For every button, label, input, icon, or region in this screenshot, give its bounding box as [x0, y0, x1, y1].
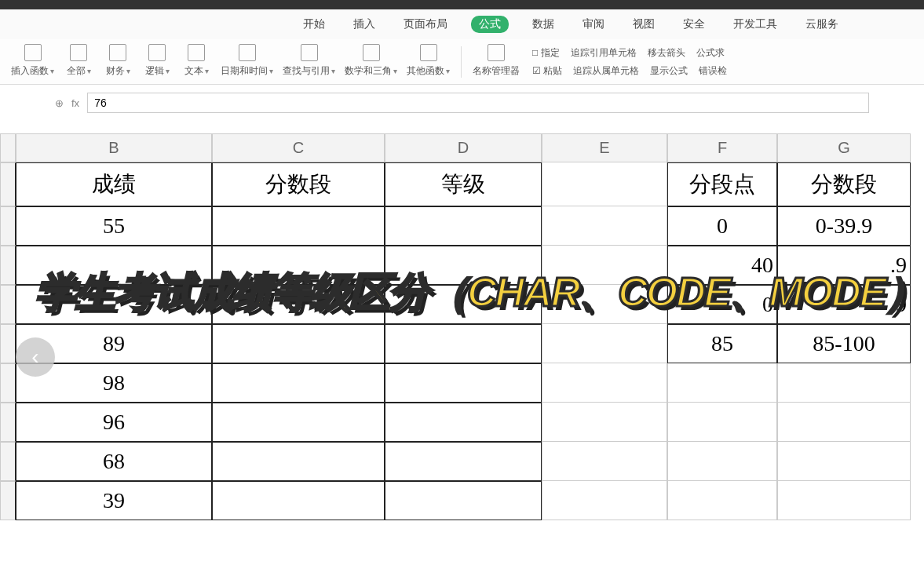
- spreadsheet[interactable]: B C D E F G 成绩 分数段 等级 分段点 分数段 55 0 0-39.…: [0, 121, 924, 520]
- col-F[interactable]: F: [667, 133, 777, 162]
- tab-start[interactable]: 开始: [298, 16, 330, 33]
- cell[interactable]: [542, 403, 667, 442]
- cell[interactable]: 85-100: [777, 324, 911, 363]
- fx-label-icon[interactable]: fx: [71, 97, 79, 109]
- cell[interactable]: [385, 481, 542, 520]
- target-icon[interactable]: ⊕: [55, 97, 64, 109]
- cell[interactable]: [777, 403, 911, 442]
- cell[interactable]: [667, 363, 777, 403]
- cell[interactable]: [542, 246, 667, 285]
- cell[interactable]: [212, 324, 385, 363]
- tab-devtools[interactable]: 开发工具: [729, 16, 782, 33]
- rr-remove-arrow[interactable]: 移去箭头: [648, 46, 685, 60]
- cell[interactable]: 85: [667, 324, 777, 363]
- tab-review[interactable]: 审阅: [578, 16, 609, 33]
- cell[interactable]: 分数段: [777, 162, 911, 206]
- cell[interactable]: 0: [667, 285, 777, 324]
- cell[interactable]: [385, 363, 542, 403]
- cell[interactable]: [385, 285, 542, 324]
- cell[interactable]: [385, 324, 542, 363]
- cell[interactable]: [777, 442, 911, 481]
- row-stub[interactable]: [0, 206, 16, 246]
- row-stub[interactable]: [0, 162, 16, 206]
- cell[interactable]: 0: [667, 206, 777, 246]
- cell[interactable]: [542, 363, 667, 403]
- tab-cloud[interactable]: 云服务: [801, 16, 843, 33]
- ribbon-math-button[interactable]: 数学和三角: [341, 44, 400, 78]
- cell[interactable]: [385, 246, 542, 285]
- rr-formula-eval[interactable]: 公式求: [696, 46, 725, 60]
- tab-insert[interactable]: 插入: [349, 16, 380, 33]
- cell[interactable]: [212, 246, 385, 285]
- ribbon-datetime-button[interactable]: 日期和时间: [217, 44, 276, 78]
- cell[interactable]: [542, 162, 667, 206]
- cell[interactable]: .9: [777, 285, 911, 324]
- ribbon-all-button[interactable]: 全部: [60, 44, 97, 78]
- formula-input[interactable]: [87, 93, 869, 113]
- cell[interactable]: 55: [16, 206, 212, 246]
- cell[interactable]: .9: [777, 246, 911, 285]
- ribbon-text-button[interactable]: 文本: [178, 44, 214, 78]
- row-stub[interactable]: [0, 403, 16, 442]
- tab-security[interactable]: 安全: [678, 16, 710, 33]
- ribbon-namemgr-button[interactable]: 名称管理器: [469, 44, 523, 78]
- cell[interactable]: [542, 206, 667, 246]
- rr-show-formula[interactable]: 显示公式: [650, 64, 688, 78]
- cell[interactable]: [212, 481, 385, 520]
- tab-data[interactable]: 数据: [528, 16, 559, 33]
- col-G[interactable]: G: [777, 133, 911, 162]
- row-stub[interactable]: [0, 481, 16, 520]
- col-E[interactable]: E: [542, 133, 667, 162]
- cell[interactable]: [542, 481, 667, 520]
- row-stub[interactable]: [0, 363, 16, 403]
- cell[interactable]: [777, 363, 911, 403]
- row-stub[interactable]: [0, 246, 16, 285]
- col-corner[interactable]: [0, 133, 16, 162]
- col-D[interactable]: D: [385, 133, 542, 162]
- cell[interactable]: [212, 285, 385, 324]
- cell[interactable]: [667, 403, 777, 442]
- row-stub[interactable]: [0, 285, 16, 324]
- cell[interactable]: [212, 403, 385, 442]
- rr-error-check[interactable]: 错误检: [699, 64, 727, 78]
- row-stub[interactable]: [0, 324, 16, 363]
- ribbon-logic-button[interactable]: 逻辑: [139, 44, 175, 78]
- ribbon-finance-button[interactable]: 财务: [100, 44, 136, 78]
- cell[interactable]: [777, 481, 911, 520]
- ribbon-other-button[interactable]: 其他函数: [404, 44, 453, 78]
- cell[interactable]: [667, 442, 777, 481]
- rr-specify[interactable]: □ 指定: [532, 46, 560, 60]
- rr-trace-dep[interactable]: 追踪从属单元格: [573, 64, 639, 78]
- ribbon-lookup-button[interactable]: 查找与引用: [279, 44, 338, 78]
- cell[interactable]: [212, 206, 385, 246]
- cell[interactable]: 分数段: [212, 162, 385, 206]
- cell[interactable]: [16, 285, 212, 324]
- cell[interactable]: 分段点: [667, 162, 777, 206]
- cell[interactable]: 96: [16, 403, 212, 442]
- rr-trace-ref[interactable]: 追踪引用单元格: [571, 46, 637, 60]
- cell[interactable]: [385, 403, 542, 442]
- cell[interactable]: [542, 442, 667, 481]
- col-C[interactable]: C: [212, 133, 385, 162]
- cell[interactable]: 成绩: [16, 162, 212, 206]
- cell[interactable]: [542, 285, 667, 324]
- back-button[interactable]: ‹: [16, 337, 55, 377]
- row-stub[interactable]: [0, 442, 16, 481]
- cell[interactable]: 68: [16, 442, 212, 481]
- cell[interactable]: [212, 442, 385, 481]
- cell[interactable]: [212, 363, 385, 403]
- cell[interactable]: [16, 246, 212, 285]
- col-B[interactable]: B: [16, 133, 212, 162]
- rr-paste[interactable]: ☑ 粘贴: [532, 64, 562, 78]
- tab-view[interactable]: 视图: [628, 16, 659, 33]
- cell[interactable]: 39: [16, 481, 212, 520]
- cell[interactable]: [667, 481, 777, 520]
- tab-layout[interactable]: 页面布局: [399, 16, 452, 33]
- cell[interactable]: [385, 442, 542, 481]
- cell[interactable]: 等级: [385, 162, 542, 206]
- cell[interactable]: 40: [667, 246, 777, 285]
- tab-formula[interactable]: 公式: [471, 16, 509, 33]
- cell[interactable]: 0-39.9: [777, 206, 911, 246]
- ribbon-insertfn-button[interactable]: 插入函数: [8, 44, 57, 78]
- cell[interactable]: [542, 324, 667, 363]
